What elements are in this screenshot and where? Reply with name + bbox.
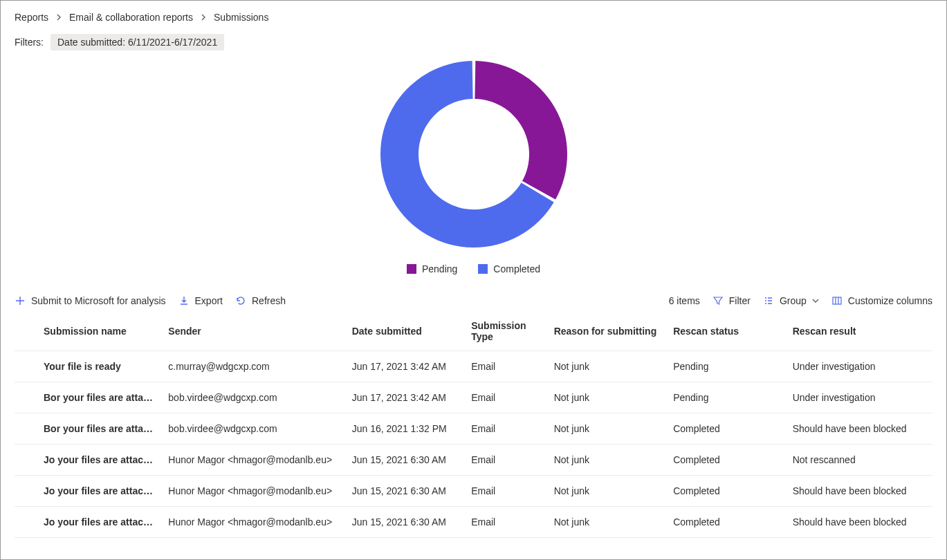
cell-submission-name: Bor your files are attached [15, 382, 161, 413]
col-submission-type[interactable]: Submission Type [464, 312, 546, 351]
donut-slice-pending[interactable] [475, 61, 567, 199]
refresh-button[interactable]: Refresh [235, 295, 286, 306]
cell-rescan-status: Completed [666, 445, 786, 476]
legend-label: Completed [493, 263, 540, 274]
cell-sender: Hunor Magor <hmagor@modanlb.eu> [161, 476, 344, 507]
group-label: Group [780, 295, 807, 306]
cell-submission-name: Bor your files are attached [15, 413, 161, 445]
cell-rescan-status: Completed [666, 413, 786, 445]
item-count: 6 items [669, 295, 700, 306]
cell-type: Email [464, 476, 546, 507]
cell-reason: Not junk [547, 445, 667, 476]
export-button[interactable]: Export [178, 295, 223, 306]
breadcrumb: Reports Email & collaboration reports Su… [15, 12, 932, 23]
submit-to-microsoft-button[interactable]: Submit to Microsoft for analysis [15, 295, 166, 306]
col-sender[interactable]: Sender [161, 312, 344, 351]
cell-rescan-status: Pending [666, 382, 786, 413]
cell-sender: bob.virdee@wdgcxp.com [161, 413, 344, 445]
group-button[interactable]: Group [763, 295, 819, 306]
legend-swatch-pending [407, 264, 416, 274]
cell-rescan-status: Completed [666, 476, 786, 507]
cell-reason: Not junk [547, 476, 667, 507]
cell-sender: Hunor Magor <hmagor@modanlb.eu> [161, 507, 344, 538]
table-row[interactable]: Jo your files are attachedHunor Magor <h… [15, 445, 932, 476]
plus-icon [15, 295, 26, 306]
col-rescan-status[interactable]: Rescan status [666, 312, 786, 351]
cell-sender: Hunor Magor <hmagor@modanlb.eu> [161, 445, 344, 476]
table-row[interactable]: Your file is readyc.murray@wdgcxp.comJun… [15, 351, 932, 382]
cell-date: Jun 17, 2021 3:42 AM [345, 382, 465, 413]
cell-type: Email [464, 445, 546, 476]
table-row[interactable]: Jo your files are attachedHunor Magor <h… [15, 476, 932, 507]
cell-sender: bob.virdee@wdgcxp.com [161, 382, 344, 413]
cell-reason: Not junk [547, 507, 667, 538]
donut-chart [377, 57, 571, 251]
cell-reason: Not junk [547, 351, 667, 382]
cell-submission-name: Your file is ready [15, 351, 161, 382]
cell-date: Jun 15, 2021 6:30 AM [345, 476, 465, 507]
cell-rescan-status: Completed [666, 507, 786, 538]
cell-submission-name: Jo your files are attached [15, 476, 161, 507]
table-row[interactable]: Bor your files are attachedbob.virdee@wd… [15, 413, 932, 445]
cell-type: Email [464, 382, 546, 413]
filter-button[interactable]: Filter [712, 295, 751, 306]
col-reason[interactable]: Reason for submitting [547, 312, 667, 351]
cell-rescan-result: Under investigation [786, 351, 932, 382]
chart-area: Pending Completed [15, 57, 932, 274]
download-icon [178, 295, 190, 306]
refresh-icon [235, 295, 246, 306]
cell-rescan-result: Should have been blocked [786, 507, 932, 538]
customize-label: Customize columns [848, 295, 932, 306]
cell-date: Jun 15, 2021 6:30 AM [345, 445, 465, 476]
export-label: Export [195, 295, 223, 306]
cell-rescan-status: Pending [666, 351, 786, 382]
breadcrumb-submissions[interactable]: Submissions [214, 12, 268, 23]
table-header-row: Submission name Sender Date submitted Su… [15, 312, 932, 351]
submit-label: Submit to Microsoft for analysis [31, 295, 166, 306]
table-row[interactable]: Bor your files are attachedbob.virdee@wd… [15, 382, 932, 413]
cell-date: Jun 16, 2021 1:32 PM [345, 413, 465, 445]
toolbar: Submit to Microsoft for analysis Export … [15, 295, 932, 306]
group-icon [763, 295, 774, 306]
customize-columns-button[interactable]: Customize columns [831, 295, 932, 306]
filter-icon [712, 295, 724, 306]
table-row[interactable]: Jo your files are attachedHunor Magor <h… [15, 507, 932, 538]
col-rescan-result[interactable]: Rescan result [786, 312, 932, 351]
chevron-right-icon [200, 12, 207, 23]
legend-swatch-completed [478, 264, 488, 274]
col-date-submitted[interactable]: Date submitted [345, 312, 465, 351]
filter-label: Filter [729, 295, 751, 306]
cell-rescan-result: Not rescanned [786, 445, 932, 476]
legend-pending[interactable]: Pending [407, 263, 457, 274]
breadcrumb-reports[interactable]: Reports [15, 12, 48, 23]
cell-date: Jun 15, 2021 6:30 AM [345, 507, 465, 538]
chevron-right-icon [55, 12, 62, 23]
chevron-down-icon [812, 295, 819, 306]
legend-completed[interactable]: Completed [478, 263, 540, 274]
cell-date: Jun 17, 2021 3:42 AM [345, 351, 465, 382]
filters-row: Filters: Date submitted: 6/11/2021-6/17/… [15, 34, 932, 50]
cell-type: Email [464, 507, 546, 538]
svg-rect-0 [833, 297, 841, 304]
cell-type: Email [464, 351, 546, 382]
filters-label: Filters: [15, 37, 44, 48]
cell-submission-name: Jo your files are attached [15, 445, 161, 476]
filter-chip-date[interactable]: Date submitted: 6/11/2021-6/17/2021 [50, 34, 224, 50]
legend-label: Pending [422, 263, 457, 274]
refresh-label: Refresh [252, 295, 286, 306]
cell-type: Email [464, 413, 546, 445]
columns-icon [831, 295, 843, 306]
cell-reason: Not junk [547, 413, 667, 445]
cell-sender: c.murray@wdgcxp.com [161, 351, 344, 382]
cell-reason: Not junk [547, 382, 667, 413]
cell-rescan-result: Should have been blocked [786, 413, 932, 445]
breadcrumb-email-collab[interactable]: Email & collaboration reports [69, 12, 193, 23]
cell-submission-name: Jo your files are attached [15, 507, 161, 538]
chart-legend: Pending Completed [407, 263, 540, 274]
cell-rescan-result: Under investigation [786, 382, 932, 413]
submissions-table: Submission name Sender Date submitted Su… [15, 312, 932, 538]
cell-rescan-result: Should have been blocked [786, 476, 932, 507]
col-submission-name[interactable]: Submission name [15, 312, 161, 351]
